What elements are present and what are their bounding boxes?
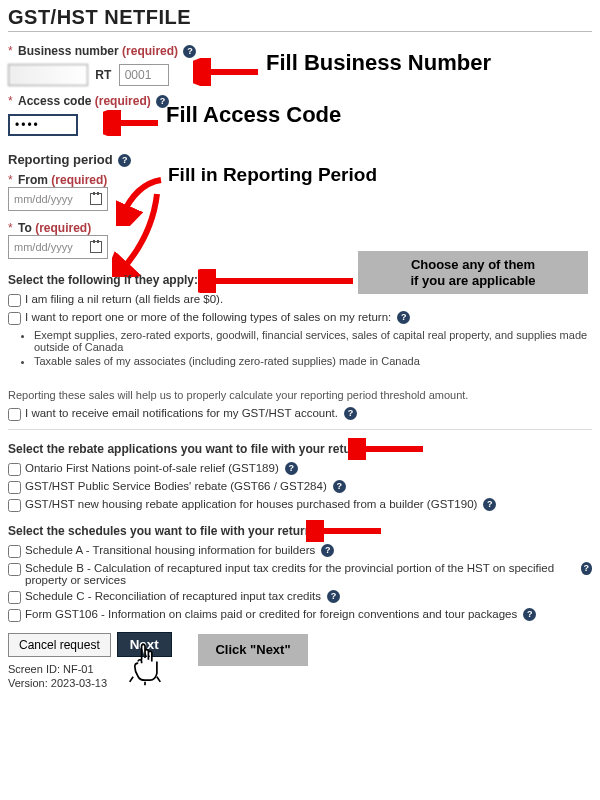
email-opt-row[interactable]: I want to receive email notifications fo… bbox=[8, 407, 592, 421]
schedule-section: Select the schedules you want to file wi… bbox=[8, 524, 592, 622]
required-text: (required) bbox=[35, 221, 91, 235]
rebate-section: Select the rebate applications you want … bbox=[8, 442, 592, 512]
nil-return-checkbox[interactable] bbox=[8, 294, 21, 307]
required-text: (required) bbox=[95, 94, 151, 108]
schedule-row[interactable]: Form GST106 - Information on claims paid… bbox=[8, 608, 592, 622]
report-types-label: I want to report one or more of the foll… bbox=[25, 311, 391, 323]
help-icon[interactable]: ? bbox=[483, 498, 496, 511]
required-text: (required) bbox=[122, 44, 178, 58]
annotation-choose-l2: if you are applicable bbox=[368, 273, 578, 289]
help-icon[interactable]: ? bbox=[344, 407, 357, 420]
help-icon[interactable]: ? bbox=[321, 544, 334, 557]
annotation-choose: Choose any of them if you are applicable bbox=[358, 251, 588, 294]
schedule-row[interactable]: Schedule A - Transitional housing inform… bbox=[8, 544, 592, 558]
annotation-next: Click "Next" bbox=[198, 634, 308, 666]
business-number-label: Business number bbox=[18, 44, 119, 58]
annotation-ac: Fill Access Code bbox=[166, 102, 341, 128]
from-date-input[interactable]: mm/dd/yyyy bbox=[8, 187, 108, 211]
annotation-bn: Fill Business Number bbox=[266, 50, 491, 76]
business-number-input-1[interactable] bbox=[8, 64, 88, 86]
help-icon[interactable]: ? bbox=[333, 480, 346, 493]
rebate-checkbox[interactable] bbox=[8, 481, 21, 494]
from-label: From bbox=[18, 173, 48, 187]
svg-line-6 bbox=[157, 677, 160, 682]
required-star: * bbox=[8, 221, 13, 235]
to-date-input[interactable]: mm/dd/yyyy bbox=[8, 235, 108, 259]
rebate-label: GST/HST new housing rebate application f… bbox=[25, 498, 477, 510]
nil-return-label: I am filing a nil return (all fields are… bbox=[25, 293, 223, 305]
help-icon[interactable]: ? bbox=[183, 45, 196, 58]
help-icon[interactable]: ? bbox=[397, 311, 410, 324]
calendar-icon[interactable] bbox=[90, 193, 102, 205]
schedule-checkbox[interactable] bbox=[8, 563, 21, 576]
to-label: To bbox=[18, 221, 32, 235]
schedule-label: Schedule A - Transitional housing inform… bbox=[25, 544, 315, 556]
email-opt-checkbox[interactable] bbox=[8, 408, 21, 421]
button-row: Cancel request Next Click "Next" bbox=[8, 632, 592, 657]
business-number-field: * Business number (required) ? RT Fill B… bbox=[8, 44, 592, 86]
schedule-checkbox[interactable] bbox=[8, 591, 21, 604]
required-star: * bbox=[8, 44, 13, 58]
rebate-label: Ontario First Nations point-of-sale reli… bbox=[25, 462, 279, 474]
date-placeholder: mm/dd/yyyy bbox=[14, 241, 73, 253]
rebate-checkbox[interactable] bbox=[8, 463, 21, 476]
svg-line-5 bbox=[130, 677, 133, 682]
access-code-field: * Access code (required) ? Fill Access C… bbox=[8, 94, 592, 136]
rebate-row[interactable]: Ontario First Nations point-of-sale reli… bbox=[8, 462, 592, 476]
schedule-row[interactable]: Schedule B - Calculation of recaptured i… bbox=[8, 562, 592, 586]
schedule-label: Schedule B - Calculation of recaptured i… bbox=[25, 562, 575, 586]
required-star: * bbox=[8, 94, 13, 108]
required-text: (required) bbox=[51, 173, 107, 187]
help-icon[interactable]: ? bbox=[285, 462, 298, 475]
page-title: GST/HST NETFILE bbox=[8, 6, 592, 32]
report-types-bullets: Exempt supplies, zero-rated exports, goo… bbox=[34, 329, 592, 367]
version: Version: 2023-03-13 bbox=[8, 677, 592, 689]
annotation-choose-l1: Choose any of them bbox=[368, 257, 578, 273]
report-types-checkbox[interactable] bbox=[8, 312, 21, 325]
help-icon[interactable]: ? bbox=[327, 590, 340, 603]
rebate-checkbox[interactable] bbox=[8, 499, 21, 512]
cursor-hand-icon bbox=[128, 642, 162, 686]
access-code-input[interactable] bbox=[8, 114, 78, 136]
reporting-period-section: Reporting period ? Fill in Reporting Per… bbox=[8, 152, 592, 259]
schedule-row[interactable]: Schedule C - Reconciliation of recapture… bbox=[8, 590, 592, 604]
bullet-item: Taxable sales of my associates (includin… bbox=[34, 355, 592, 367]
bullet-item: Exempt supplies, zero-rated exports, goo… bbox=[34, 329, 592, 353]
apply-section: Select the following if they apply: Choo… bbox=[8, 273, 592, 367]
threshold-helper-text: Reporting these sales will help us to pr… bbox=[8, 389, 592, 401]
calendar-icon[interactable] bbox=[90, 241, 102, 253]
rebate-label: GST/HST Public Service Bodies' rebate (G… bbox=[25, 480, 327, 492]
rebate-row[interactable]: GST/HST new housing rebate application f… bbox=[8, 498, 592, 512]
required-star: * bbox=[8, 173, 13, 187]
reporting-period-heading: Reporting period bbox=[8, 152, 113, 167]
help-icon[interactable]: ? bbox=[581, 562, 592, 575]
rt-label: RT bbox=[91, 68, 115, 82]
rebate-heading: Select the rebate applications you want … bbox=[8, 442, 592, 456]
schedule-label: Schedule C - Reconciliation of recapture… bbox=[25, 590, 321, 602]
schedule-label: Form GST106 - Information on claims paid… bbox=[25, 608, 517, 620]
rebate-row[interactable]: GST/HST Public Service Bodies' rebate (G… bbox=[8, 480, 592, 494]
access-code-label: Access code bbox=[18, 94, 91, 108]
help-icon[interactable]: ? bbox=[523, 608, 536, 621]
date-placeholder: mm/dd/yyyy bbox=[14, 193, 73, 205]
schedule-checkbox[interactable] bbox=[8, 609, 21, 622]
nil-return-row[interactable]: I am filing a nil return (all fields are… bbox=[8, 293, 592, 307]
help-icon[interactable]: ? bbox=[118, 154, 131, 167]
business-number-input-2[interactable] bbox=[119, 64, 169, 86]
email-opt-label: I want to receive email notifications fo… bbox=[25, 407, 338, 419]
cancel-button[interactable]: Cancel request bbox=[8, 633, 111, 657]
report-types-row[interactable]: I want to report one or more of the foll… bbox=[8, 311, 592, 325]
schedule-checkbox[interactable] bbox=[8, 545, 21, 558]
schedule-heading: Select the schedules you want to file wi… bbox=[8, 524, 592, 538]
